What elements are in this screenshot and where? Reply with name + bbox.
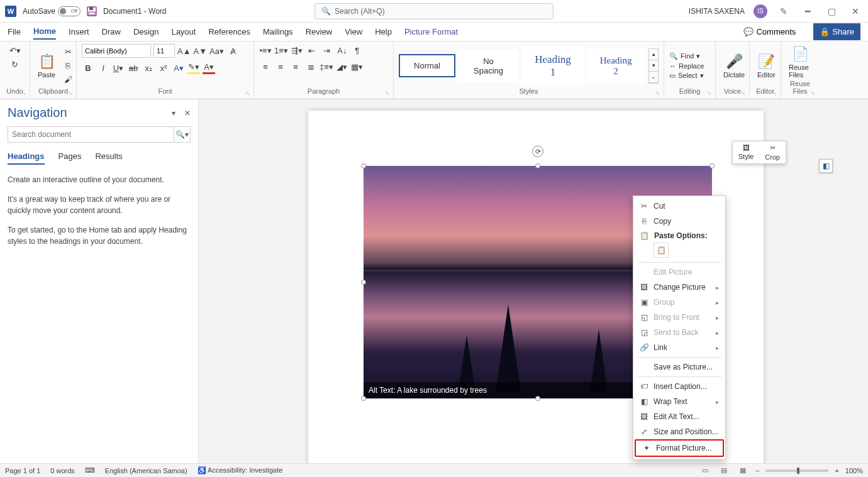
resize-handle[interactable] <box>535 163 540 168</box>
tab-draw[interactable]: Draw <box>102 25 121 39</box>
cm-insert-caption[interactable]: 🏷Insert Caption... <box>633 379 725 394</box>
underline-button[interactable]: U▾ <box>112 62 125 74</box>
nav-tab-headings[interactable]: Headings <box>8 151 45 165</box>
coming-soon-icon[interactable]: ✎ <box>776 4 791 19</box>
grow-font-icon[interactable]: A▲ <box>177 45 191 57</box>
nav-search-input[interactable] <box>8 127 174 142</box>
cm-link[interactable]: 🔗Link▸ <box>633 340 725 355</box>
cm-change-picture[interactable]: 🖼Change Picture▸ <box>633 280 725 295</box>
save-icon[interactable] <box>87 6 97 16</box>
sort-icon[interactable]: A↓ <box>336 44 348 57</box>
strike-button[interactable]: ab <box>127 62 140 74</box>
dictate-button[interactable]: 🎤Dictate <box>721 52 747 80</box>
paste-keep-source-icon[interactable]: 📋 <box>654 243 669 258</box>
editor-button[interactable]: 📝Editor <box>755 52 778 80</box>
nav-dropdown-icon[interactable]: ▾ <box>172 109 175 118</box>
subscript-button[interactable]: x₂ <box>142 62 155 74</box>
text-effects-icon[interactable]: A▾ <box>172 62 185 74</box>
tab-picture-format[interactable]: Picture Format <box>404 25 458 39</box>
style-normal[interactable]: Normal <box>399 54 455 77</box>
view-focus-icon[interactable]: ▭ <box>699 466 711 476</box>
mini-style-button[interactable]: 🖼Style <box>733 141 759 163</box>
superscript-button[interactable]: x² <box>157 62 170 74</box>
status-text-predictions-icon[interactable]: ⌨ <box>85 466 95 474</box>
document-canvas[interactable]: ⟳ Alt Text: A lake surrounded by trees 🖼… <box>199 99 868 463</box>
font-color-icon[interactable]: A▾ <box>203 62 215 74</box>
resize-handle[interactable] <box>535 396 540 401</box>
change-case-icon[interactable]: Aa▾ <box>209 45 224 57</box>
cm-copy[interactable]: ⎘Copy <box>633 214 725 229</box>
align-right-icon[interactable]: ≡ <box>289 60 302 73</box>
cm-paste-option[interactable]: 📋 <box>633 241 725 260</box>
resize-handle[interactable] <box>361 280 366 285</box>
close-button[interactable]: ✕ <box>848 4 863 19</box>
minimize-button[interactable]: ━ <box>800 4 815 19</box>
style-heading-2[interactable]: Heading 2 <box>587 48 645 84</box>
select-button[interactable]: ▭Select ▾ <box>669 72 704 80</box>
cm-wrap-text[interactable]: ◧Wrap Text▸ <box>633 394 725 409</box>
numbering-icon[interactable]: 1≡▾ <box>274 44 288 57</box>
tab-home[interactable]: Home <box>33 24 56 40</box>
increase-indent-icon[interactable]: ⇥ <box>321 44 333 57</box>
view-web-icon[interactable]: ▦ <box>737 466 749 476</box>
clear-format-icon[interactable]: A̷ <box>226 45 239 57</box>
status-accessibility[interactable]: ♿ Accessibility: Investigate <box>198 466 283 474</box>
restore-button[interactable]: ▢ <box>824 4 839 19</box>
font-name-select[interactable] <box>82 44 151 58</box>
mini-crop-button[interactable]: ✂Crop <box>759 141 786 163</box>
shrink-font-icon[interactable]: A▼ <box>194 45 208 57</box>
copy-icon[interactable]: ⎘ <box>62 60 74 72</box>
undo-button[interactable]: ↶▾ <box>9 44 21 57</box>
status-language[interactable]: English (American Samoa) <box>105 467 187 474</box>
cm-edit-alt-text[interactable]: 🖼Edit Alt Text... <box>633 409 725 424</box>
tab-insert[interactable]: Insert <box>69 25 89 39</box>
align-center-icon[interactable]: ≡ <box>274 60 287 73</box>
find-button[interactable]: 🔍Find ▾ <box>669 52 704 60</box>
zoom-slider[interactable] <box>765 469 828 472</box>
italic-button[interactable]: I <box>97 62 109 74</box>
bold-button[interactable]: B <box>82 62 94 74</box>
nav-close-icon[interactable]: ✕ <box>184 109 191 118</box>
resize-handle[interactable] <box>709 163 715 168</box>
share-button[interactable]: 🔒 Share <box>813 23 860 40</box>
cut-icon[interactable]: ✂ <box>62 46 74 58</box>
view-print-icon[interactable]: ▤ <box>718 466 730 476</box>
multilevel-icon[interactable]: ⇶▾ <box>291 44 303 57</box>
styles-gallery[interactable]: Normal No Spacing Heading 1 Heading 2 <box>399 47 645 85</box>
line-spacing-icon[interactable]: ‡≡▾ <box>320 60 333 73</box>
tab-file[interactable]: File <box>8 25 21 39</box>
styles-scroll[interactable]: ▴▾⌄ <box>648 48 659 84</box>
tab-mailings[interactable]: Mailings <box>263 25 293 39</box>
autosave-toggle[interactable]: Off <box>58 6 81 16</box>
zoom-level[interactable]: 100% <box>845 467 863 474</box>
justify-icon[interactable]: ≣ <box>304 60 317 73</box>
status-words[interactable]: 0 words <box>50 467 75 474</box>
paste-button[interactable]: 📋 Paste <box>35 52 58 80</box>
tell-me-search[interactable]: 🔍 Search (Alt+Q) <box>314 3 554 19</box>
bullets-icon[interactable]: •≡▾ <box>259 44 272 57</box>
style-heading-1[interactable]: Heading 1 <box>521 47 584 85</box>
replace-button[interactable]: ↔Replace <box>669 62 704 70</box>
highlight-icon[interactable]: ✎▾ <box>187 62 200 74</box>
cm-save-as-picture[interactable]: Save as Picture... <box>633 359 725 375</box>
nav-search[interactable]: 🔍▾ <box>8 126 191 143</box>
font-size-select[interactable] <box>153 44 175 58</box>
format-painter-icon[interactable]: 🖌 <box>62 74 74 86</box>
resize-handle[interactable] <box>361 396 366 401</box>
nav-search-button[interactable]: 🔍▾ <box>174 127 190 142</box>
show-marks-icon[interactable]: ¶ <box>351 44 364 57</box>
rotate-handle[interactable]: ⟳ <box>532 146 543 157</box>
user-avatar[interactable]: IS <box>754 4 767 18</box>
cm-cut[interactable]: ✂Cut <box>633 199 725 214</box>
align-left-icon[interactable]: ≡ <box>259 60 272 73</box>
tab-layout[interactable]: Layout <box>171 25 196 39</box>
reuse-files-button[interactable]: 📄Reuse Files <box>786 45 814 80</box>
style-no-spacing[interactable]: No Spacing <box>458 50 519 82</box>
tab-view[interactable]: View <box>345 25 362 39</box>
redo-button[interactable]: ↻ <box>9 58 21 70</box>
layout-options-button[interactable]: ◧ <box>819 159 833 173</box>
tab-design[interactable]: Design <box>133 25 159 39</box>
resize-handle[interactable] <box>361 163 366 168</box>
cm-format-picture[interactable]: ✦Format Picture... <box>635 439 724 457</box>
tab-help[interactable]: Help <box>375 25 392 39</box>
